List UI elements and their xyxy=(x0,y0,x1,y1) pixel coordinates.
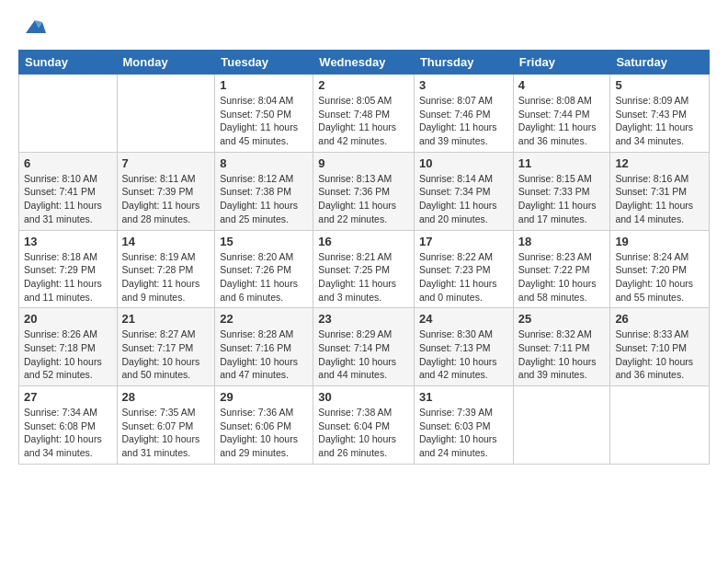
day-info: Sunrise: 7:38 AM Sunset: 6:04 PM Dayligh… xyxy=(318,406,409,460)
day-number: 5 xyxy=(615,78,704,92)
day-info: Sunrise: 8:30 AM Sunset: 7:13 PM Dayligh… xyxy=(419,327,508,382)
calendar-cell xyxy=(19,75,118,153)
day-info: Sunrise: 8:26 AM Sunset: 7:18 PM Dayligh… xyxy=(24,327,112,382)
day-number: 24 xyxy=(419,312,508,326)
day-info: Sunrise: 8:16 AM Sunset: 7:31 PM Dayligh… xyxy=(615,172,704,226)
day-info: Sunrise: 8:20 AM Sunset: 7:26 PM Dayligh… xyxy=(220,250,308,304)
calendar-cell: 16Sunrise: 8:21 AM Sunset: 7:25 PM Dayli… xyxy=(313,230,415,308)
day-number: 11 xyxy=(518,156,606,170)
day-number: 30 xyxy=(318,390,409,404)
day-info: Sunrise: 8:27 AM Sunset: 7:17 PM Dayligh… xyxy=(122,327,210,382)
calendar-cell: 11Sunrise: 8:15 AM Sunset: 7:33 PM Dayli… xyxy=(513,152,610,230)
day-info: Sunrise: 8:12 AM Sunset: 7:38 PM Dayligh… xyxy=(220,172,308,226)
day-number: 3 xyxy=(419,78,508,92)
weekday-header-friday: Friday xyxy=(513,51,610,75)
calendar-cell xyxy=(513,386,610,465)
calendar-cell: 15Sunrise: 8:20 AM Sunset: 7:26 PM Dayli… xyxy=(215,230,313,308)
calendar-week-3: 13Sunrise: 8:18 AM Sunset: 7:29 PM Dayli… xyxy=(19,230,710,308)
calendar-cell: 7Sunrise: 8:11 AM Sunset: 7:39 PM Daylig… xyxy=(117,152,215,230)
calendar-cell: 27Sunrise: 7:34 AM Sunset: 6:08 PM Dayli… xyxy=(19,386,118,465)
calendar-week-1: 1Sunrise: 8:04 AM Sunset: 7:50 PM Daylig… xyxy=(19,75,710,153)
day-info: Sunrise: 8:32 AM Sunset: 7:11 PM Dayligh… xyxy=(518,327,606,382)
day-number: 19 xyxy=(615,235,704,248)
calendar-week-2: 6Sunrise: 8:10 AM Sunset: 7:41 PM Daylig… xyxy=(19,152,710,230)
day-number: 26 xyxy=(615,312,704,326)
calendar-cell: 18Sunrise: 8:23 AM Sunset: 7:22 PM Dayli… xyxy=(513,230,610,308)
weekday-header-wednesday: Wednesday xyxy=(313,51,415,75)
calendar-cell: 8Sunrise: 8:12 AM Sunset: 7:38 PM Daylig… xyxy=(215,152,313,230)
day-number: 18 xyxy=(518,235,606,248)
calendar-cell: 25Sunrise: 8:32 AM Sunset: 7:11 PM Dayli… xyxy=(513,308,610,386)
day-number: 15 xyxy=(220,235,308,248)
calendar-cell: 20Sunrise: 8:26 AM Sunset: 7:18 PM Dayli… xyxy=(19,308,118,386)
calendar-cell: 1Sunrise: 8:04 AM Sunset: 7:50 PM Daylig… xyxy=(215,75,313,153)
calendar-cell xyxy=(610,386,710,465)
calendar-cell: 19Sunrise: 8:24 AM Sunset: 7:20 PM Dayli… xyxy=(610,230,710,308)
weekday-header-thursday: Thursday xyxy=(414,51,513,75)
calendar-cell: 4Sunrise: 8:08 AM Sunset: 7:44 PM Daylig… xyxy=(513,75,610,153)
day-number: 7 xyxy=(122,156,210,170)
day-info: Sunrise: 8:19 AM Sunset: 7:28 PM Dayligh… xyxy=(122,250,210,304)
day-number: 8 xyxy=(220,156,308,170)
day-info: Sunrise: 8:18 AM Sunset: 7:29 PM Dayligh… xyxy=(24,250,112,304)
calendar-cell: 12Sunrise: 8:16 AM Sunset: 7:31 PM Dayli… xyxy=(610,152,710,230)
day-info: Sunrise: 8:11 AM Sunset: 7:39 PM Dayligh… xyxy=(122,172,210,226)
calendar-cell: 24Sunrise: 8:30 AM Sunset: 7:13 PM Dayli… xyxy=(414,308,513,386)
calendar-header: SundayMondayTuesdayWednesdayThursdayFrid… xyxy=(19,51,710,75)
calendar-week-4: 20Sunrise: 8:26 AM Sunset: 7:18 PM Dayli… xyxy=(19,308,710,386)
day-info: Sunrise: 7:39 AM Sunset: 6:03 PM Dayligh… xyxy=(419,406,508,460)
day-info: Sunrise: 8:22 AM Sunset: 7:23 PM Dayligh… xyxy=(419,250,508,304)
day-info: Sunrise: 7:35 AM Sunset: 6:07 PM Dayligh… xyxy=(122,406,210,460)
header xyxy=(18,15,710,40)
page: SundayMondayTuesdayWednesdayThursdayFrid… xyxy=(0,0,728,483)
day-number: 31 xyxy=(419,390,508,404)
calendar-week-5: 27Sunrise: 7:34 AM Sunset: 6:08 PM Dayli… xyxy=(19,386,710,465)
calendar-cell: 13Sunrise: 8:18 AM Sunset: 7:29 PM Dayli… xyxy=(19,230,118,308)
day-number: 14 xyxy=(122,235,210,248)
calendar-cell: 10Sunrise: 8:14 AM Sunset: 7:34 PM Dayli… xyxy=(414,152,513,230)
calendar: SundayMondayTuesdayWednesdayThursdayFrid… xyxy=(18,50,710,465)
day-info: Sunrise: 8:21 AM Sunset: 7:25 PM Dayligh… xyxy=(318,250,409,304)
day-info: Sunrise: 8:04 AM Sunset: 7:50 PM Dayligh… xyxy=(220,94,308,148)
calendar-cell: 21Sunrise: 8:27 AM Sunset: 7:17 PM Dayli… xyxy=(117,308,215,386)
calendar-cell: 31Sunrise: 7:39 AM Sunset: 6:03 PM Dayli… xyxy=(414,386,513,465)
day-info: Sunrise: 8:29 AM Sunset: 7:14 PM Dayligh… xyxy=(318,327,409,382)
day-number: 13 xyxy=(24,235,112,248)
calendar-cell: 3Sunrise: 8:07 AM Sunset: 7:46 PM Daylig… xyxy=(414,75,513,153)
weekday-row: SundayMondayTuesdayWednesdayThursdayFrid… xyxy=(19,51,710,75)
day-info: Sunrise: 8:05 AM Sunset: 7:48 PM Dayligh… xyxy=(318,94,409,148)
day-number: 28 xyxy=(122,390,210,404)
logo xyxy=(18,18,48,40)
day-info: Sunrise: 8:23 AM Sunset: 7:22 PM Dayligh… xyxy=(518,250,606,304)
day-info: Sunrise: 8:08 AM Sunset: 7:44 PM Dayligh… xyxy=(518,94,606,148)
day-number: 12 xyxy=(615,156,704,170)
calendar-cell xyxy=(117,75,215,153)
weekday-header-monday: Monday xyxy=(117,51,215,75)
calendar-cell: 26Sunrise: 8:33 AM Sunset: 7:10 PM Dayli… xyxy=(610,308,710,386)
weekday-header-saturday: Saturday xyxy=(610,51,710,75)
day-number: 6 xyxy=(24,156,112,170)
logo-bird-icon xyxy=(22,15,48,40)
calendar-cell: 2Sunrise: 8:05 AM Sunset: 7:48 PM Daylig… xyxy=(313,75,415,153)
day-number: 21 xyxy=(122,312,210,326)
day-number: 10 xyxy=(419,156,508,170)
weekday-header-tuesday: Tuesday xyxy=(215,51,313,75)
day-number: 16 xyxy=(318,235,409,248)
day-info: Sunrise: 8:10 AM Sunset: 7:41 PM Dayligh… xyxy=(24,172,112,226)
day-number: 29 xyxy=(220,390,308,404)
day-number: 9 xyxy=(318,156,409,170)
day-info: Sunrise: 8:24 AM Sunset: 7:20 PM Dayligh… xyxy=(615,250,704,304)
day-number: 1 xyxy=(220,78,308,92)
day-info: Sunrise: 8:15 AM Sunset: 7:33 PM Dayligh… xyxy=(518,172,606,226)
day-info: Sunrise: 8:07 AM Sunset: 7:46 PM Dayligh… xyxy=(419,94,508,148)
day-number: 25 xyxy=(518,312,606,326)
day-info: Sunrise: 8:09 AM Sunset: 7:43 PM Dayligh… xyxy=(615,94,704,148)
day-number: 20 xyxy=(24,312,112,326)
calendar-cell: 29Sunrise: 7:36 AM Sunset: 6:06 PM Dayli… xyxy=(215,386,313,465)
day-number: 2 xyxy=(318,78,409,92)
day-info: Sunrise: 8:28 AM Sunset: 7:16 PM Dayligh… xyxy=(220,327,308,382)
calendar-cell: 9Sunrise: 8:13 AM Sunset: 7:36 PM Daylig… xyxy=(313,152,415,230)
svg-marker-0 xyxy=(26,20,46,33)
day-info: Sunrise: 7:34 AM Sunset: 6:08 PM Dayligh… xyxy=(24,406,112,460)
day-number: 22 xyxy=(220,312,308,326)
